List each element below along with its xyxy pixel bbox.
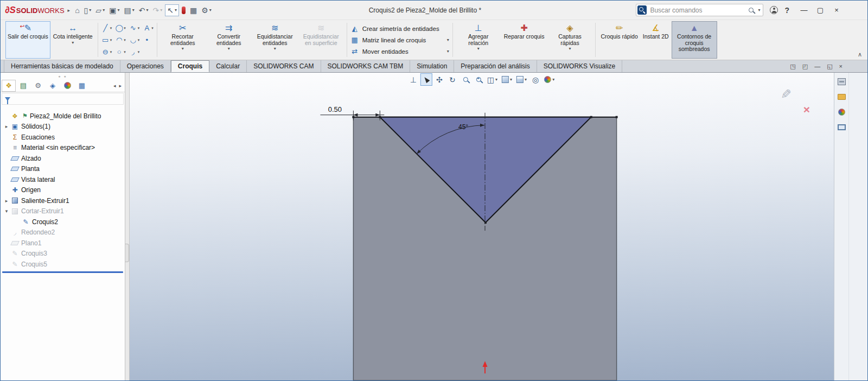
- panel-resize-handle[interactable]: ● ●: [1, 73, 125, 79]
- rollback-bar[interactable]: [2, 271, 123, 273]
- text-tool[interactable]: A▾: [142, 23, 155, 33]
- view-palette-icon[interactable]: [835, 121, 847, 133]
- appearance-icon[interactable]: ▾: [542, 73, 556, 86]
- tree-item-alzado[interactable]: Alzado: [1, 153, 125, 164]
- new-document-button[interactable]: ▯▾: [82, 5, 93, 16]
- displaymanager-tab[interactable]: [60, 80, 74, 92]
- evaluate-sheet-button[interactable]: ▦: [188, 5, 199, 16]
- dimxpertmanager-tab[interactable]: ◈: [46, 80, 60, 92]
- tab-operaciones[interactable]: Operaciones: [120, 60, 171, 72]
- tree-item-saliente-extruir1[interactable]: ▸Saliente-Extruir1: [1, 195, 125, 206]
- filter-icon[interactable]: [5, 97, 10, 101]
- trim-entities-button[interactable]: ✂Recortar entidades▾: [160, 21, 206, 59]
- tab-preparaci-n-del-an-lisis[interactable]: Preparación del análisis: [454, 60, 537, 72]
- tree-item-plano1[interactable]: Plano1: [1, 238, 125, 249]
- minimize-doc-button[interactable]: —: [814, 63, 820, 69]
- tab-herramientas-b-sicas-de-modelado[interactable]: Herramientas básicas de modelado: [4, 60, 120, 72]
- tab-calcular[interactable]: Calcular: [209, 60, 247, 72]
- minimize-button[interactable]: —: [796, 4, 812, 16]
- expander-icon[interactable]: ▸: [3, 198, 10, 204]
- tree-item-ecuaciones[interactable]: ΣEcuaciones: [1, 132, 125, 143]
- search-dropdown-arrow[interactable]: ▾: [758, 8, 760, 12]
- arc-tool[interactable]: ◠▾: [114, 35, 127, 45]
- ribbon-collapse-button[interactable]: ∧: [858, 51, 862, 58]
- shaded-sketch-contours-button[interactable]: ▲Contornos de croquis sombreados: [672, 21, 717, 59]
- line-tool[interactable]: ╱▾: [100, 23, 113, 33]
- graphics-area[interactable]: 0.50 45°: [130, 73, 834, 380]
- open-document-button[interactable]: ▱▾: [94, 5, 106, 16]
- spline-tool[interactable]: ∿▾: [128, 23, 141, 33]
- offset-entities-button[interactable]: ≋Equidistanciar entidades▾: [252, 21, 298, 59]
- normal-to-icon[interactable]: ⊥: [407, 73, 419, 86]
- add-relation-button[interactable]: ⊥Agregar relación▾: [456, 21, 501, 59]
- ellipse-tool[interactable]: ○▾: [114, 47, 127, 57]
- zoom-area-icon[interactable]: [473, 73, 484, 86]
- undo-button[interactable]: ↶▾: [137, 5, 150, 16]
- tree-item-s-lidos-1[interactable]: ▸▣Sólidos(1): [1, 122, 125, 132]
- tree-item-material-sin-especificar[interactable]: ≡Material <sin especificar>: [1, 143, 125, 154]
- pan-icon[interactable]: ✣: [433, 73, 445, 86]
- point-tool[interactable]: •: [142, 35, 152, 45]
- tree-item-vista-lateral[interactable]: Vista lateral: [1, 174, 125, 185]
- section-view-icon[interactable]: ◫▾: [486, 73, 499, 86]
- tree-item-croquis5[interactable]: ✎Croquis5: [1, 259, 125, 270]
- home-button[interactable]: ⌂: [73, 5, 81, 16]
- tab-simulation[interactable]: Simulation: [410, 60, 454, 72]
- cam-tab[interactable]: ▦: [75, 80, 89, 92]
- restore-doc-button[interactable]: ◱: [827, 63, 832, 70]
- circle-tool[interactable]: ◯▾: [114, 23, 127, 33]
- command-search[interactable]: Buscar comandos ▾: [636, 4, 763, 16]
- sketch-fillet-tool[interactable]: ◞▾: [128, 47, 141, 57]
- expander-icon[interactable]: ▸: [3, 124, 10, 129]
- tree-item-croquis2[interactable]: ✎Croquis2: [1, 217, 125, 227]
- user-account-icon[interactable]: [770, 6, 778, 14]
- rectangle-tool[interactable]: ▭▾: [100, 35, 113, 45]
- tab-solidworks-cam[interactable]: SOLIDWORKS CAM: [247, 60, 321, 72]
- slot-tool[interactable]: ⊖▾: [100, 47, 113, 57]
- logo-expand-arrow[interactable]: ▸: [68, 8, 71, 13]
- zoom-icon[interactable]: [459, 73, 471, 86]
- appearances-scenes-icon[interactable]: [835, 106, 847, 118]
- tile-window-icon[interactable]: ◰: [802, 63, 808, 70]
- offset-on-surface-button[interactable]: ≋Equidistanciar en superficie: [298, 21, 344, 59]
- display-style-icon[interactable]: ▾: [515, 73, 528, 86]
- tree-item-croquis3[interactable]: ✎Croquis3: [1, 249, 125, 259]
- expander-icon[interactable]: ▾: [3, 208, 10, 214]
- rapid-sketch-button[interactable]: ✏Croquis rápido: [598, 21, 640, 59]
- quick-snaps-button[interactable]: ◈Capturas rápidas▾: [547, 21, 592, 59]
- panel-splitter[interactable]: [125, 73, 130, 380]
- conic-tool[interactable]: ◡▾: [128, 35, 141, 45]
- red-capsule-icon[interactable]: [180, 5, 187, 15]
- convert-entities-button[interactable]: ⇉Convertir entidades▾: [206, 21, 252, 59]
- exit-sketch-button[interactable]: ✎Salir del croquis: [5, 21, 50, 59]
- tree-item-redondeo2[interactable]: ◞Redondeo2: [1, 227, 125, 238]
- featuremanager-tab[interactable]: ❖: [2, 80, 16, 92]
- select-tool-button[interactable]: ↖▾: [165, 4, 179, 16]
- scroll-left-icon[interactable]: ◂: [113, 83, 116, 88]
- scroll-right-icon[interactable]: ▸: [119, 83, 122, 88]
- move-entities-button[interactable]: ⇄Mover entidades▾: [350, 46, 449, 56]
- confirm-exit-sketch-icon[interactable]: ✎: [781, 87, 792, 102]
- tree-item-origen[interactable]: ✚Origen: [1, 185, 125, 196]
- hide-show-items-icon[interactable]: ◎: [529, 73, 541, 86]
- close-button[interactable]: ×: [828, 4, 845, 16]
- view-orientation-icon[interactable]: ▾: [500, 73, 514, 86]
- tab-solidworks-cam-tbm[interactable]: SOLIDWORKS CAM TBM: [321, 60, 411, 72]
- propertymanager-tab[interactable]: ▤: [16, 80, 30, 92]
- tab-solidworks-visualize[interactable]: SOLIDWORKS Visualize: [537, 60, 623, 72]
- mirror-entities-button[interactable]: ◭Crear simetría de entidades: [350, 23, 449, 34]
- help-icon[interactable]: ?: [784, 6, 789, 15]
- tab-croquis[interactable]: Croquis: [171, 60, 209, 72]
- options-button[interactable]: ⚙▾: [200, 5, 213, 16]
- search-icon[interactable]: [749, 8, 754, 12]
- solidworks-resources-icon[interactable]: [835, 75, 847, 87]
- float-window-icon[interactable]: ◳: [790, 63, 795, 70]
- configurationmanager-tab[interactable]: ⚙: [31, 80, 45, 92]
- smart-dimension-button[interactable]: ↔Cota inteligente▾: [51, 21, 95, 59]
- repair-sketch-button[interactable]: ✚Reparar croquis: [502, 21, 547, 59]
- design-library-icon[interactable]: [835, 91, 847, 103]
- maximize-button[interactable]: ▢: [812, 4, 828, 16]
- select-cursor-icon[interactable]: [420, 73, 432, 86]
- linear-sketch-pattern-button[interactable]: ▦Matriz lineal de croquis▾: [350, 35, 449, 45]
- tree-item-planta[interactable]: Planta: [1, 164, 125, 175]
